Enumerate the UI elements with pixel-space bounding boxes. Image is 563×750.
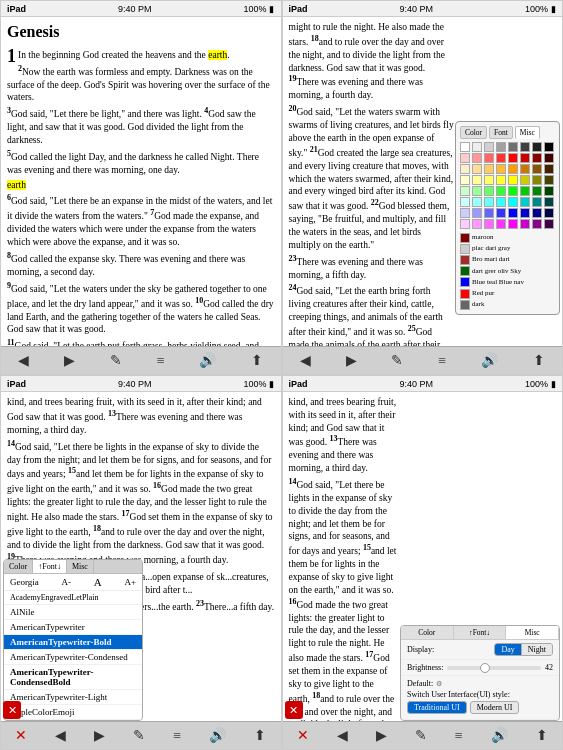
display-tab-color[interactable]: Color — [401, 626, 454, 639]
color-o3[interactable] — [484, 164, 494, 174]
color-navy[interactable] — [532, 208, 542, 218]
audio-btn-tr[interactable]: 🔊 — [477, 350, 502, 371]
edit-btn-tr[interactable]: ✎ — [387, 350, 407, 371]
color-brown[interactable] — [532, 164, 542, 174]
font-size-a[interactable]: A — [94, 576, 102, 588]
font-american-light[interactable]: AmericanTypewriter-Light — [4, 690, 142, 705]
close-font-popup[interactable]: ✕ — [3, 701, 21, 719]
color-dkbrown[interactable] — [544, 164, 554, 174]
color-b2[interactable] — [472, 208, 482, 218]
brightness-slider[interactable] — [447, 666, 541, 670]
forward-btn-br[interactable]: ▶ — [372, 725, 391, 746]
color-gray[interactable] — [496, 142, 506, 152]
font-size-a-minus[interactable]: A- — [62, 577, 72, 587]
day-option[interactable]: Day — [495, 644, 521, 655]
color-purple[interactable] — [520, 219, 530, 229]
color-dkred[interactable] — [520, 153, 530, 163]
color-btn-tl[interactable]: ≡ — [153, 351, 169, 371]
color-p4[interactable] — [496, 219, 506, 229]
color-maroon[interactable] — [544, 153, 554, 163]
font-american-bold[interactable]: AmericanTypewriter-Bold — [4, 635, 142, 650]
color-dkteal2[interactable] — [544, 197, 554, 207]
color-blue[interactable] — [508, 208, 518, 218]
display-tab-misc[interactable]: Misc — [506, 626, 559, 639]
forward-btn-tr[interactable]: ▶ — [342, 350, 361, 371]
font-american[interactable]: AmericanTypewriter — [4, 620, 142, 635]
font-tab-misc[interactable]: Misc — [67, 560, 94, 573]
back-btn-tr[interactable]: ◀ — [296, 350, 315, 371]
color-black[interactable] — [544, 142, 554, 152]
color-white[interactable] — [460, 142, 470, 152]
color-olive[interactable] — [532, 175, 542, 185]
font-apple-color-emoji[interactable]: AppleColorEmoji — [4, 705, 142, 720]
color-g4[interactable] — [496, 186, 506, 196]
font-academy[interactable]: AcademyEngravedLetPlain — [4, 591, 142, 605]
color-o2[interactable] — [472, 164, 482, 174]
color-c1[interactable] — [460, 197, 470, 207]
color-b1[interactable] — [460, 208, 470, 218]
color-dkolive[interactable] — [544, 175, 554, 185]
color-dkgreen[interactable] — [520, 186, 530, 196]
color-dkgreen2[interactable] — [532, 186, 542, 196]
color-nearblack[interactable] — [532, 142, 542, 152]
color-p2[interactable] — [472, 219, 482, 229]
audio-btn-br[interactable]: 🔊 — [487, 725, 512, 746]
color-c4[interactable] — [496, 197, 506, 207]
close-btn-br[interactable]: ✕ — [293, 725, 313, 746]
color-ltgray2[interactable] — [484, 142, 494, 152]
color-btn-tr[interactable]: ≡ — [434, 351, 450, 371]
color-btn-br[interactable]: ≡ — [451, 726, 467, 746]
font-size-a-plus[interactable]: A+ — [124, 577, 136, 587]
color-btn-bl[interactable]: ≡ — [169, 726, 185, 746]
audio-btn-tl[interactable]: 🔊 — [195, 350, 220, 371]
forward-btn-tl[interactable]: ▶ — [60, 350, 79, 371]
color-r2[interactable] — [472, 153, 482, 163]
color-c2[interactable] — [472, 197, 482, 207]
night-option[interactable]: Night — [522, 644, 552, 655]
color-r3[interactable] — [484, 153, 494, 163]
color-dark-row[interactable]: dark — [460, 299, 555, 310]
display-tab-font[interactable]: ↑Font↓ — [454, 626, 507, 639]
color-b4[interactable] — [496, 208, 506, 218]
forward-btn-bl[interactable]: ▶ — [90, 725, 109, 746]
color-red-row[interactable]: Red pur — [460, 288, 555, 299]
font-american-cond-bold[interactable]: AmericanTypewriter-CondensedBold — [4, 665, 142, 690]
color-tab-font[interactable]: Font — [489, 126, 513, 139]
color-dkgray[interactable] — [508, 142, 518, 152]
share-btn-br[interactable]: ⬆ — [532, 725, 552, 746]
color-p3[interactable] — [484, 219, 494, 229]
color-tab-misc[interactable]: Misc — [515, 126, 540, 139]
color-magenta[interactable] — [508, 219, 518, 229]
modern-ui-btn[interactable]: Modern UI — [470, 701, 520, 714]
color-r1[interactable] — [460, 153, 470, 163]
back-btn-tl[interactable]: ◀ — [14, 350, 33, 371]
color-blac-row[interactable]: plac dari gray — [460, 243, 555, 254]
audio-btn-bl[interactable]: 🔊 — [205, 725, 230, 746]
color-o1[interactable] — [460, 164, 470, 174]
color-dkorange[interactable] — [520, 164, 530, 174]
color-g3[interactable] — [484, 186, 494, 196]
color-dkteal[interactable] — [532, 197, 542, 207]
color-tab-color[interactable]: Color — [460, 126, 487, 139]
edit-btn-tl[interactable]: ✎ — [106, 350, 126, 371]
color-ltgray1[interactable] — [472, 142, 482, 152]
color-red[interactable] — [508, 153, 518, 163]
brightness-thumb[interactable] — [480, 663, 490, 673]
color-green[interactable] — [508, 186, 518, 196]
color-g2[interactable] — [472, 186, 482, 196]
color-dkpurple[interactable] — [532, 219, 542, 229]
font-american-cond[interactable]: AmericanTypewriter-Condensed — [4, 650, 142, 665]
color-y3[interactable] — [484, 175, 494, 185]
share-btn-tl[interactable]: ⬆ — [247, 350, 267, 371]
font-tab-font[interactable]: ↑Font↓ — [33, 560, 67, 573]
color-dkgray2[interactable] — [520, 142, 530, 152]
traditional-ui-btn[interactable]: Traditional UI — [407, 701, 467, 714]
font-tab-color[interactable]: Color — [4, 560, 33, 573]
color-g1[interactable] — [460, 186, 470, 196]
color-dkyellow[interactable] — [520, 175, 530, 185]
color-c3[interactable] — [484, 197, 494, 207]
color-yellow[interactable] — [508, 175, 518, 185]
color-forest[interactable] — [544, 186, 554, 196]
color-p1[interactable] — [460, 219, 470, 229]
color-cyan[interactable] — [508, 197, 518, 207]
